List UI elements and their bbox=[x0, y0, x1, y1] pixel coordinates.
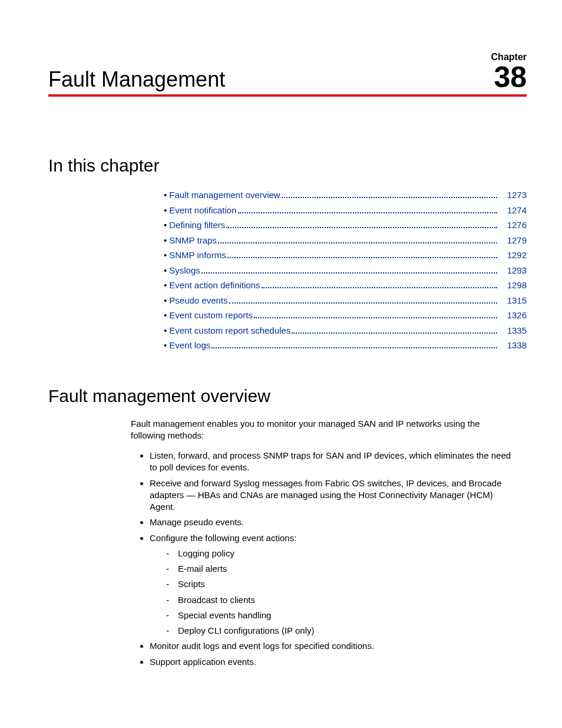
page: Fault Management Chapter 38 In this chap… bbox=[0, 0, 562, 707]
toc-link[interactable]: Event notification bbox=[169, 203, 236, 218]
list-item: Support application events. bbox=[150, 656, 515, 668]
list-item: E-mail alerts bbox=[168, 563, 515, 575]
toc-row: •Event notification1274 bbox=[164, 203, 527, 218]
bullet-icon: • bbox=[164, 218, 167, 233]
toc: •Fault management overview1273 •Event no… bbox=[164, 187, 527, 353]
toc-link[interactable]: Event action definitions bbox=[169, 278, 260, 293]
overview-intro: Fault management enables you to monitor … bbox=[131, 418, 515, 442]
toc-page[interactable]: 1274 bbox=[500, 203, 527, 218]
list-item: Logging policy bbox=[168, 548, 515, 559]
toc-leader bbox=[226, 227, 497, 228]
toc-row: •Fault management overview1273 bbox=[164, 187, 527, 203]
toc-page[interactable]: 1276 bbox=[500, 218, 527, 233]
chapter-header: Fault Management Chapter 38 bbox=[48, 52, 527, 97]
toc-leader bbox=[201, 272, 497, 274]
toc-link[interactable]: Event logs bbox=[169, 338, 210, 353]
list-item: Monitor audit logs and event logs for sp… bbox=[150, 640, 515, 652]
chapter-title: Fault Management bbox=[48, 67, 225, 92]
toc-row: •SNMP informs1292 bbox=[164, 248, 527, 263]
toc-leader bbox=[254, 317, 497, 318]
toc-leader bbox=[282, 197, 497, 198]
bullet-icon: • bbox=[164, 293, 167, 308]
toc-link[interactable]: SNMP traps bbox=[169, 233, 217, 248]
bullet-icon: • bbox=[164, 187, 167, 203]
toc-page[interactable]: 1293 bbox=[500, 263, 527, 278]
toc-leader bbox=[218, 242, 497, 243]
list-item: Scripts bbox=[168, 578, 515, 590]
toc-leader bbox=[229, 302, 497, 304]
bullet-icon: • bbox=[164, 248, 167, 263]
toc-page[interactable]: 1298 bbox=[500, 278, 527, 293]
toc-row: •Event logs1338 bbox=[164, 338, 527, 353]
toc-page[interactable]: 1273 bbox=[500, 187, 527, 203]
toc-page[interactable]: 1279 bbox=[500, 233, 527, 248]
toc-row: •Syslogs1293 bbox=[164, 263, 527, 278]
toc-link[interactable]: Defining filters bbox=[169, 218, 225, 233]
toc-link[interactable]: Event custom reports bbox=[169, 308, 253, 323]
overview-bullets: Listen, forward, and process SNMP traps … bbox=[131, 450, 515, 668]
toc-row: •Defining filters1276 bbox=[164, 218, 527, 233]
list-item: Broadcast to clients bbox=[168, 594, 515, 606]
toc-heading: In this chapter bbox=[48, 156, 527, 176]
toc-page[interactable]: 1335 bbox=[500, 323, 527, 338]
list-item: Configure the following event actions: L… bbox=[150, 532, 515, 637]
toc-page[interactable]: 1315 bbox=[500, 293, 527, 308]
bullet-icon: • bbox=[164, 263, 167, 278]
bullet-icon: • bbox=[164, 278, 167, 293]
toc-row: •Pseudo events1315 bbox=[164, 293, 527, 308]
toc-page[interactable]: 1338 bbox=[500, 338, 527, 353]
bullet-icon: • bbox=[164, 323, 167, 338]
overview-body: Fault management enables you to monitor … bbox=[131, 418, 515, 668]
toc-leader bbox=[227, 257, 497, 258]
toc-link[interactable]: SNMP informs bbox=[169, 248, 226, 263]
bullet-icon: • bbox=[164, 203, 167, 218]
section-heading-overview: Fault management overview bbox=[48, 386, 527, 406]
list-item: Special events handling bbox=[168, 610, 515, 621]
list-item-text: Configure the following event actions: bbox=[150, 533, 296, 543]
toc-row: •Event custom reports1326 bbox=[164, 308, 527, 323]
toc-leader bbox=[238, 212, 497, 213]
toc-leader bbox=[211, 347, 497, 348]
toc-link[interactable]: Syslogs bbox=[169, 263, 200, 278]
toc-link[interactable]: Event custom report schedules bbox=[169, 323, 290, 338]
overview-sub-bullets: Logging policy E-mail alerts Scripts Bro… bbox=[150, 548, 515, 637]
list-item: Listen, forward, and process SNMP traps … bbox=[150, 450, 515, 474]
list-item: Receive and forward Syslog messages from… bbox=[150, 477, 515, 513]
toc-row: •Event action definitions1298 bbox=[164, 278, 527, 293]
chapter-number: 38 bbox=[491, 62, 527, 92]
toc-page[interactable]: 1292 bbox=[500, 248, 527, 263]
toc-leader bbox=[292, 332, 497, 334]
bullet-icon: • bbox=[164, 308, 167, 323]
toc-row: •SNMP traps1279 bbox=[164, 233, 527, 248]
toc-link[interactable]: Pseudo events bbox=[169, 293, 227, 308]
bullet-icon: • bbox=[164, 233, 167, 248]
list-item: Deploy CLI configurations (IP only) bbox=[168, 625, 515, 637]
bullet-icon: • bbox=[164, 338, 167, 353]
list-item: Manage pseudo events. bbox=[150, 516, 515, 528]
toc-leader bbox=[262, 287, 497, 288]
toc-page[interactable]: 1326 bbox=[500, 308, 527, 323]
toc-row: •Event custom report schedules1335 bbox=[164, 323, 527, 338]
toc-link[interactable]: Fault management overview bbox=[169, 187, 280, 203]
chapter-number-block: Chapter 38 bbox=[491, 52, 527, 92]
